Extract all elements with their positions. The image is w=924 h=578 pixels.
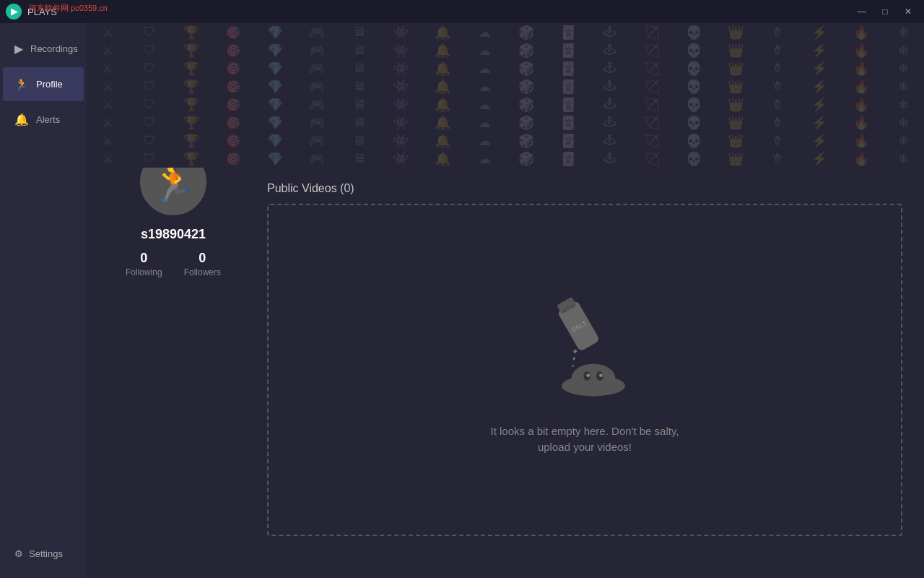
banner-icon: 🕹 (589, 113, 631, 131)
banner-icon: ☁ (463, 23, 505, 41)
banner-icon: 👑 (715, 113, 757, 131)
recordings-label: Recordings (30, 43, 78, 54)
banner-icon: 🛡 (128, 95, 170, 113)
banner-icon: ⚔ (87, 41, 128, 59)
banner-icon: 💀 (673, 23, 715, 41)
banner-icon: 🔔 (422, 77, 463, 95)
followers-stat: 0 Followers (184, 251, 221, 277)
banner-icon: 🖥 (338, 131, 380, 150)
banner-icon: 🎲 (505, 150, 547, 168)
banner-icon: ⚔ (87, 95, 128, 113)
banner-icon: 🏆 (170, 59, 212, 77)
banner-icon: 🎲 (505, 95, 547, 113)
salt-illustration: SALT (527, 285, 642, 400)
banner-icon: 🏹 (631, 131, 673, 150)
banner-icon: 🛡 (128, 77, 170, 95)
banner-icon: 🔔 (422, 23, 463, 41)
banner-icon: ☁ (463, 41, 505, 59)
sidebar-bottom: ⚙ Settings (0, 530, 87, 578)
banner-icon: 💎 (254, 95, 296, 113)
banner-icon: ❄ (882, 23, 924, 41)
sidebar-item-alerts[interactable]: 🔔 Alerts (3, 103, 84, 137)
banner-icon: 🛡 (128, 150, 170, 168)
banner-icon: 🕹 (589, 59, 631, 77)
banner-icon: 🔔 (422, 131, 463, 150)
banner-icon: 👾 (380, 77, 422, 95)
banner-icon: 🛡 (128, 23, 170, 41)
empty-text-line2: upload your videos! (490, 439, 679, 456)
titlebar: ▶ PLAYS 河东软件网 pc0359.cn — □ ✕ (0, 0, 924, 23)
banner-icon: ⚡ (798, 113, 840, 131)
banner-icon: 💎 (254, 77, 296, 95)
banner-icon: 🖥 (338, 77, 380, 95)
sidebar-nav: ▶ Recordings 🏃 Profile 🔔 Alerts (0, 23, 87, 530)
close-button[interactable]: ✕ (898, 4, 918, 19)
banner-icon: 🔥 (840, 150, 882, 168)
banner-icon: 🏆 (170, 77, 212, 95)
banner-icon: 🔔 (422, 41, 463, 59)
stats-row: 0 Following 0 Followers (126, 251, 221, 277)
banner-icon: 💎 (254, 113, 296, 131)
banner-icon: 🎮 (296, 113, 338, 131)
banner-icon: 👾 (380, 131, 422, 150)
banner-icon: 🔥 (840, 95, 882, 113)
banner-icon: ☁ (463, 77, 505, 95)
banner-icon: 🎮 (296, 95, 338, 113)
svg-point-14 (599, 374, 603, 377)
banner-icon: ⚡ (798, 41, 840, 59)
logo-text: ▶ (11, 7, 17, 17)
banner-icon: 🃏 (547, 113, 589, 131)
profile-icon: 🏃 (14, 77, 29, 91)
username: s19890421 (141, 227, 206, 242)
banner-icon: 🏹 (631, 95, 673, 113)
banner-icon: ⚔ (87, 131, 128, 150)
banner-icon: 🖥 (338, 113, 380, 131)
banner-icon: 🕹 (589, 95, 631, 113)
banner-icon: 👑 (715, 150, 757, 168)
banner-icon: 🏹 (631, 59, 673, 77)
sidebar-item-settings[interactable]: ⚙ Settings (12, 541, 75, 566)
banner-icon: 🖥 (338, 59, 380, 77)
banner-icon: 👾 (380, 23, 422, 41)
banner-icon: 🏆 (170, 95, 212, 113)
sidebar: ▶ Recordings 🏃 Profile 🔔 Alerts ⚙ Settin… (0, 23, 87, 578)
banner-icon: 🃏 (547, 95, 589, 113)
banner-icon: 🎯 (212, 59, 254, 77)
banner-icon: 🛡 (128, 131, 170, 150)
banner-icon: 🛡 (128, 41, 170, 59)
banner-icon: 🎮 (296, 77, 338, 95)
sidebar-item-profile[interactable]: 🏃 Profile (3, 67, 84, 101)
videos-empty-box: SALT (267, 204, 902, 536)
banner-icon: ⚡ (798, 95, 840, 113)
banner-icon: 🃏 (547, 131, 589, 150)
banner-icon: ⚡ (798, 131, 840, 150)
banner-icon: ☁ (463, 131, 505, 150)
banner-icon: 💀 (673, 59, 715, 77)
banner-icon: 🔥 (840, 77, 882, 95)
banner-icon: ⚔ (87, 113, 128, 131)
banner-icon: ⚔ (87, 150, 128, 168)
banner-icon: 🗡 (757, 95, 798, 113)
banner-icon: 🃏 (547, 59, 589, 77)
following-stat: 0 Following (126, 251, 162, 277)
maximize-button[interactable]: □ (875, 4, 895, 19)
banner-icon: 💀 (673, 41, 715, 59)
profile-body: 🏃 s19890421 0 Following 0 Followers Publ… (87, 168, 924, 578)
avatar: 🏃 (137, 168, 209, 218)
banner-icon: 👑 (715, 131, 757, 150)
banner-icon: 🔔 (422, 150, 463, 168)
banner-icon: 🖥 (338, 95, 380, 113)
banner-icon: 💎 (254, 23, 296, 41)
banner-icon: 🎯 (212, 150, 254, 168)
banner-icon: 🏹 (631, 41, 673, 59)
banner-icon: 🕹 (589, 23, 631, 41)
banner-icon: 🎲 (505, 59, 547, 77)
banner-icon: ❄ (882, 113, 924, 131)
banner-icon: 💎 (254, 131, 296, 150)
banner-icon: 🕹 (589, 77, 631, 95)
sidebar-item-recordings[interactable]: ▶ Recordings (3, 32, 84, 66)
banner-icon: ☁ (463, 95, 505, 113)
minimize-button[interactable]: — (852, 4, 872, 19)
banner-icon: 👑 (715, 23, 757, 41)
banner-icon: 🗡 (757, 131, 798, 150)
